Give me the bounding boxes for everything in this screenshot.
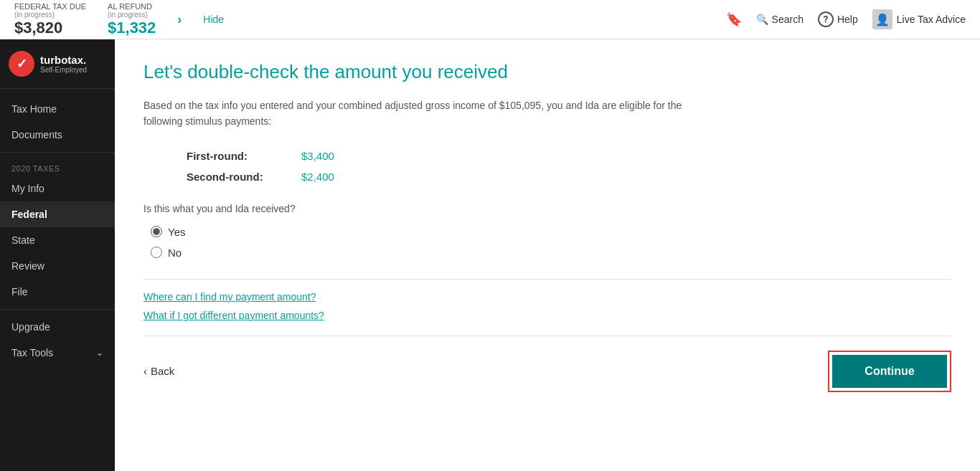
al-refund-block: AL REFUND (in progress) $1,332 xyxy=(108,2,156,37)
different-payment-amounts-link[interactable]: What if I got different payment amounts? xyxy=(143,310,951,321)
sidebar-item-federal[interactable]: Federal xyxy=(0,201,115,227)
brand-name: turbotax. xyxy=(40,54,87,66)
radio-no-option[interactable]: No xyxy=(151,247,951,259)
brand-sub: Self-Employed xyxy=(40,66,87,74)
second-round-amount: $2,400 xyxy=(301,171,334,183)
sidebar-item-upgrade[interactable]: Upgrade xyxy=(0,314,115,340)
expand-chevron-icon[interactable]: › xyxy=(177,12,182,27)
payment-table: First-round: $3,400 Second-round: $2,400 xyxy=(187,150,951,183)
federal-tax-amount: $3,820 xyxy=(14,19,62,37)
main-content: Let's double-check the amount you receiv… xyxy=(115,39,980,471)
federal-tax-label: FEDERAL TAX DUE xyxy=(14,2,86,11)
radio-yes-option[interactable]: Yes xyxy=(151,226,951,238)
radio-yes-label: Yes xyxy=(168,226,185,238)
federal-tax-sublabel: (in progress) xyxy=(14,11,55,19)
continue-button[interactable]: Continue xyxy=(832,355,947,388)
payment-row-first: First-round: $3,400 xyxy=(187,150,951,162)
help-links: Where can I find my payment amount? What… xyxy=(143,291,951,321)
al-refund-label: AL REFUND xyxy=(108,2,152,11)
back-label: Back xyxy=(151,365,174,377)
sidebar-item-review[interactable]: Review xyxy=(0,253,115,279)
top-header: FEDERAL TAX DUE (in progress) $3,820 AL … xyxy=(0,0,980,39)
help-icon: ? xyxy=(818,11,834,27)
radio-no-label: No xyxy=(168,247,182,259)
advisor-avatar-icon: 👤 xyxy=(872,9,892,29)
sidebar-divider-2 xyxy=(0,309,115,310)
first-round-amount: $3,400 xyxy=(301,150,334,162)
find-payment-amount-link[interactable]: Where can I find my payment amount? xyxy=(143,291,951,303)
sidebar-item-my-info[interactable]: My Info xyxy=(0,176,115,201)
help-label: Help xyxy=(837,14,858,25)
sidebar-brand: turbotax. Self-Employed xyxy=(40,54,87,74)
section-divider xyxy=(143,279,951,280)
header-actions: 🔖 🔍 Search ? Help 👤 Live Tax Advice xyxy=(726,9,966,29)
back-button[interactable]: ‹ Back xyxy=(143,365,174,377)
radio-yes-input[interactable] xyxy=(151,226,162,237)
search-label: Search xyxy=(772,14,804,25)
sidebar-item-documents[interactable]: Documents xyxy=(0,122,115,148)
sidebar-item-tax-home[interactable]: Tax Home xyxy=(0,96,115,122)
radio-group-received: Yes No xyxy=(151,226,951,259)
second-round-label: Second-round: xyxy=(187,171,301,183)
search-icon: 🔍 xyxy=(756,14,768,25)
payment-row-second: Second-round: $2,400 xyxy=(187,171,951,183)
bookmark-icon[interactable]: 🔖 xyxy=(726,11,742,27)
sidebar-nav: Tax Home Documents 2020 TAXES My Info Fe… xyxy=(0,89,115,373)
turbotax-logo-icon: ✓ xyxy=(9,51,34,77)
sidebar-item-file[interactable]: File xyxy=(0,279,115,305)
chevron-down-icon: ⌄ xyxy=(96,348,103,358)
bottom-navigation: ‹ Back Continue xyxy=(143,336,951,399)
page-title: Let's double-check the amount you receiv… xyxy=(143,61,951,83)
hide-button[interactable]: Hide xyxy=(203,14,224,25)
help-button[interactable]: ? Help xyxy=(818,11,858,27)
live-tax-advice-button[interactable]: 👤 Live Tax Advice xyxy=(872,9,966,29)
al-refund-sublabel: (in progress) xyxy=(108,11,148,19)
sidebar-item-state[interactable]: State xyxy=(0,227,115,253)
header-tax-info: FEDERAL TAX DUE (in progress) $3,820 AL … xyxy=(14,2,726,37)
continue-button-wrapper: Continue xyxy=(828,351,951,392)
first-round-label: First-round: xyxy=(187,150,301,162)
live-advice-label: Live Tax Advice xyxy=(897,14,966,25)
sidebar-section-2020-taxes: 2020 TAXES xyxy=(0,157,115,176)
page-description: Based on the tax info you entered and yo… xyxy=(143,97,717,130)
sidebar: ✓ turbotax. Self-Employed Tax Home Docum… xyxy=(0,39,115,471)
al-refund-amount: $1,332 xyxy=(108,19,156,37)
back-chevron-icon: ‹ xyxy=(143,365,147,377)
radio-no-input[interactable] xyxy=(151,247,162,258)
question-label: Is this what you and Ida received? xyxy=(143,203,951,214)
sidebar-item-tax-tools[interactable]: Tax Tools ⌄ xyxy=(0,340,115,366)
sidebar-divider xyxy=(0,152,115,153)
search-button[interactable]: 🔍 Search xyxy=(756,14,804,25)
federal-tax-block: FEDERAL TAX DUE (in progress) $3,820 xyxy=(14,2,86,37)
sidebar-logo: ✓ turbotax. Self-Employed xyxy=(0,39,115,89)
tax-tools-label: Tax Tools xyxy=(11,347,53,358)
main-layout: ✓ turbotax. Self-Employed Tax Home Docum… xyxy=(0,39,980,471)
